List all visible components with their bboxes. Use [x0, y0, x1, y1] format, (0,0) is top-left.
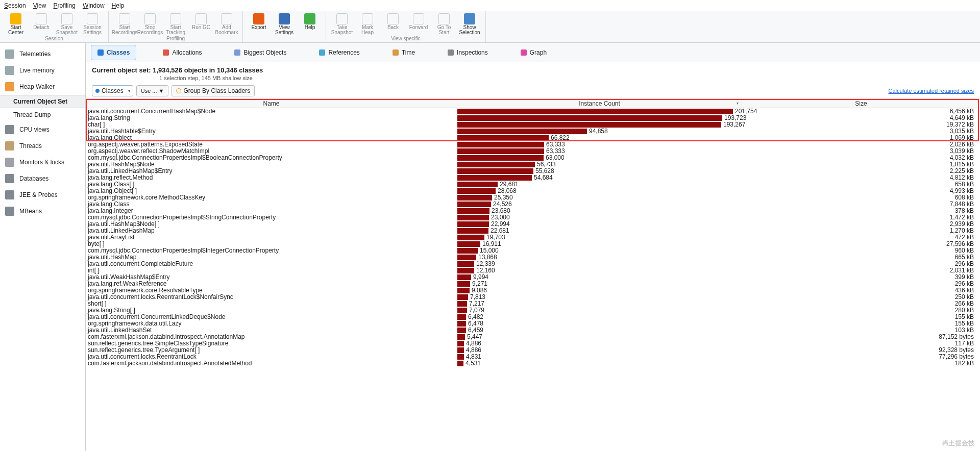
class-name-cell: java.lang.Integer	[86, 208, 457, 214]
calculate-retained-link[interactable]: Calculate estimated retained sizes	[888, 88, 974, 94]
table-row[interactable]: com.mysql.jdbc.ConnectionPropertiesImpl$…	[86, 214, 980, 221]
table-row[interactable]: java.util.ArrayList19,703472 kB	[86, 234, 980, 241]
class-name-cell: com.mysql.jdbc.ConnectionPropertiesImpl$…	[86, 155, 457, 161]
instance-count-cell: 9,994	[457, 274, 742, 281]
count-bar	[457, 334, 465, 340]
tab-inspections[interactable]: Inspections	[442, 45, 494, 60]
toolbar-icon	[438, 13, 450, 24]
class-name-cell: java.lang.ref.WeakReference	[86, 281, 457, 287]
class-name-cell: java.lang.Object[ ]	[86, 188, 457, 194]
tab-biggest-objects[interactable]: Biggest Objects	[228, 45, 292, 60]
sidebar-item-cpu-views[interactable]: CPU views	[0, 121, 85, 138]
sidebar-item-live-memory[interactable]: Live memory	[0, 62, 85, 79]
table-header: Name Instance Count Size	[86, 99, 980, 108]
tab-classes[interactable]: Classes	[91, 45, 136, 60]
class-name-cell: com.mysql.jdbc.ConnectionPropertiesImpl$…	[86, 247, 457, 254]
sidebar-item-threads[interactable]: Threads	[0, 138, 85, 154]
table-row[interactable]: java.lang.Object[ ]28,0684,993 kB	[86, 188, 980, 194]
table-row[interactable]: java.util.concurrent.CompletableFuture12…	[86, 261, 980, 267]
use-button[interactable]: Use ... ▼	[136, 85, 169, 96]
table-row[interactable]: java.lang.String193,7234,649 kB	[86, 115, 980, 121]
table-row[interactable]: java.lang.Integer23,680378 kB	[86, 208, 980, 214]
count-bar	[457, 215, 489, 220]
table-row[interactable]: java.util.LinkedHashMap$Entry55,6282,225…	[86, 168, 980, 174]
table-row[interactable]: java.util.HashMap$Node56,7331,815 kB	[86, 161, 980, 168]
tab-references[interactable]: References	[313, 45, 365, 60]
table-row[interactable]: org.aspectj.weaver.patterns.ExposedState…	[86, 141, 980, 148]
sidebar-item-monitors-&-locks[interactable]: Monitors & locks	[0, 154, 85, 170]
toolbar-help[interactable]: Help	[297, 12, 323, 36]
size-cell: 266 kB	[742, 300, 980, 307]
sidebar-icon	[5, 49, 14, 59]
table-row[interactable]: org.springframework.core.ResolvableType9…	[86, 287, 980, 294]
table-row[interactable]: java.lang.Class24,5267,848 kB	[86, 201, 980, 208]
tab-graph[interactable]: Graph	[514, 45, 553, 60]
instance-count-cell: 7,217	[457, 300, 742, 307]
table-row[interactable]: java.util.HashMap13,868665 kB	[86, 254, 980, 261]
table-row[interactable]: org.springframework.core.MethodClassKey2…	[86, 194, 980, 201]
menu-session[interactable]: Session	[4, 2, 26, 9]
instance-count-cell: 63,000	[457, 155, 742, 161]
class-table[interactable]: Name Instance Count Size java.util.concu…	[86, 98, 980, 451]
size-cell: 4,993 kB	[742, 188, 980, 194]
sidebar-item-current-object-set[interactable]: Current Object Set	[0, 95, 85, 108]
col-instance-count[interactable]: Instance Count	[457, 99, 742, 108]
instance-count-cell: 4,886	[457, 347, 742, 354]
table-row[interactable]: java.lang.String[ ]7,079280 kB	[86, 307, 980, 314]
table-row[interactable]: java.util.HashMap$Node[ ]22,9942,939 kB	[86, 221, 980, 228]
table-row[interactable]: java.util.Hashtable$Entry94,8583,035 kB	[86, 128, 980, 135]
table-row[interactable]: java.lang.Object66,8221,069 kB	[86, 135, 980, 141]
col-name[interactable]: Name	[86, 99, 457, 108]
table-row[interactable]: com.mysql.jdbc.ConnectionPropertiesImpl$…	[86, 247, 980, 254]
classes-combo[interactable]: Classes	[92, 85, 133, 96]
table-row[interactable]: com.fasterxml.jackson.databind.introspec…	[86, 334, 980, 340]
table-row[interactable]: int[ ]12,1602,031 kB	[86, 267, 980, 274]
count-bar	[457, 168, 533, 174]
sidebar-item-databases[interactable]: Databases	[0, 170, 85, 187]
table-row[interactable]: java.util.WeakHashMap$Entry9,994399 kB	[86, 274, 980, 281]
tab-time[interactable]: Time	[386, 45, 421, 60]
table-row[interactable]: java.util.concurrent.ConcurrentLinkedDeq…	[86, 314, 980, 320]
table-row[interactable]: java.lang.Class[ ]29,681658 kB	[86, 181, 980, 188]
table-row[interactable]: java.util.LinkedHashMap22,6811,270 kB	[86, 228, 980, 234]
table-row[interactable]: java.util.LinkedHashSet6,459103 kB	[86, 327, 980, 334]
table-row[interactable]: com.fasterxml.jackson.databind.introspec…	[86, 360, 980, 367]
table-row[interactable]: java.lang.reflect.Method54,6844,812 kB	[86, 174, 980, 181]
table-row[interactable]: java.util.concurrent.locks.ReentrantLock…	[86, 354, 980, 360]
toolbar-icon	[195, 13, 207, 24]
table-row[interactable]: java.util.concurrent.ConcurrentHashMap$N…	[86, 108, 980, 115]
table-row[interactable]: org.aspectj.weaver.reflect.ShadowMatchIm…	[86, 148, 980, 155]
table-row[interactable]: java.util.concurrent.locks.ReentrantLock…	[86, 294, 980, 300]
menu-view[interactable]: View	[33, 2, 46, 9]
size-cell: 2,026 kB	[742, 141, 980, 148]
toolbar-show-selection[interactable]: ShowSelection	[457, 12, 482, 36]
group-by-classloaders-button[interactable]: Group By Class Loaders	[172, 85, 255, 96]
sidebar-item-thread-dump[interactable]: Thread Dump	[0, 108, 85, 121]
sidebar-item-telemetries[interactable]: Telemetries	[0, 46, 85, 62]
toolbar-export[interactable]: Export	[246, 12, 272, 36]
menu-window[interactable]: Window	[83, 2, 105, 9]
sidebar-item-mbeans[interactable]: MBeans	[0, 203, 85, 219]
class-name-cell: char[ ]	[86, 121, 457, 128]
table-row[interactable]: byte[ ]16,91127,596 kB	[86, 241, 980, 247]
instance-count-cell: 6,459	[457, 327, 742, 334]
instance-count-cell: 15,000	[457, 247, 742, 254]
menu-help[interactable]: Help	[112, 2, 125, 9]
table-row[interactable]: short[ ]7,217266 kB	[86, 300, 980, 307]
menu-profiling[interactable]: Profiling	[54, 2, 76, 9]
table-row[interactable]: org.springframework.data.util.Lazy6,4781…	[86, 320, 980, 327]
sidebar-icon	[5, 174, 14, 183]
table-row[interactable]: char[ ]193,26719,372 kB	[86, 121, 980, 128]
tab-icon	[163, 49, 169, 56]
table-row[interactable]: com.mysql.jdbc.ConnectionPropertiesImpl$…	[86, 155, 980, 161]
table-row[interactable]: sun.reflect.generics.tree.SimpleClassTyp…	[86, 340, 980, 347]
col-size[interactable]: Size	[742, 99, 980, 108]
sidebar-item-jee-&-probes[interactable]: JEE & Probes	[0, 187, 85, 203]
toolbar-start-center[interactable]: StartCenter	[3, 12, 29, 36]
table-row[interactable]: sun.reflect.generics.tree.TypeArgument[ …	[86, 347, 980, 354]
count-bar	[457, 261, 474, 267]
sidebar-item-heap-walker[interactable]: Heap Walker	[0, 79, 85, 95]
tab-allocations[interactable]: Allocations	[157, 45, 208, 60]
table-row[interactable]: java.lang.ref.WeakReference9,271296 kB	[86, 281, 980, 287]
toolbar-view-settings[interactable]: ViewSettings	[272, 12, 297, 36]
